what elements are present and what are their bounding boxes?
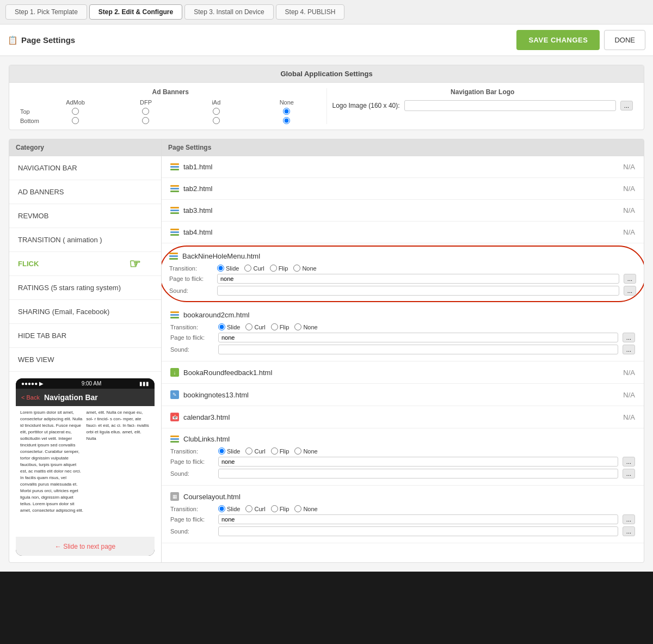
sound-row-clublinks: Sound: ... bbox=[170, 469, 635, 479]
none-radio[interactable] bbox=[294, 447, 301, 455]
sidebar-item-transition[interactable]: TRANSITION ( animation ) bbox=[9, 228, 161, 252]
nav-logo-label: Navigation Bar Logo bbox=[332, 88, 633, 96]
tab-icon-bar-1 bbox=[170, 163, 179, 165]
top-iad-radio[interactable] bbox=[213, 108, 220, 115]
tab3-filename: tab3.html bbox=[183, 206, 212, 214]
sound-browse-backnine[interactable]: ... bbox=[624, 286, 636, 296]
slide-next-label: ← Slide to next page bbox=[55, 543, 115, 550]
slide-radio[interactable] bbox=[218, 323, 225, 330]
sound-input-bookaround[interactable] bbox=[218, 345, 618, 354]
step-3-button[interactable]: Step 3. Install on Device bbox=[184, 4, 273, 20]
sidebar-item-ad-banners[interactable]: AD BANNERS bbox=[9, 180, 161, 204]
flip-option[interactable]: Flip bbox=[271, 447, 289, 455]
tab-icon-bar-1 bbox=[170, 229, 179, 230]
slide-radio[interactable] bbox=[218, 505, 225, 512]
none-radio[interactable] bbox=[293, 265, 300, 272]
slide-radio[interactable] bbox=[218, 447, 225, 455]
page-to-flick-input-clublinks[interactable] bbox=[218, 457, 618, 467]
flip-radio[interactable] bbox=[271, 505, 278, 512]
logo-browse-button[interactable]: ... bbox=[620, 101, 633, 111]
tab-icon-bar-2 bbox=[170, 166, 179, 168]
slide-option[interactable]: Slide bbox=[218, 323, 240, 330]
sound-input-backnine[interactable] bbox=[217, 286, 619, 296]
nav-logo-section: Navigation Bar Logo Logo Image (160 x 40… bbox=[326, 88, 639, 124]
slide-option[interactable]: Slide bbox=[218, 505, 240, 512]
sound-browse-bookaround[interactable]: ... bbox=[623, 345, 635, 354]
sidebar-item-ratings[interactable]: RATINGS (5 stars rating system) bbox=[9, 276, 161, 300]
tab-icon-bar-1 bbox=[170, 436, 179, 437]
admob-header: AdMob bbox=[41, 99, 109, 106]
sound-input-courselayout[interactable] bbox=[218, 526, 618, 536]
top-dfp-radio[interactable] bbox=[142, 108, 149, 115]
sidebar-item-hide-tab-bar[interactable]: HIDE TAB BAR bbox=[9, 324, 161, 348]
sound-input-clublinks[interactable] bbox=[218, 469, 618, 479]
page-to-flick-browse-courselayout[interactable]: ... bbox=[623, 514, 635, 524]
tab-icon-bar-1 bbox=[170, 311, 179, 313]
page-item-simple: 📅 calendar3.html N/A bbox=[170, 413, 635, 421]
slide-option[interactable]: Slide bbox=[218, 447, 240, 455]
page-to-flick-input-courselayout[interactable] bbox=[218, 514, 618, 524]
page-to-flick-label: Page to flick: bbox=[169, 275, 213, 282]
sidebar-item-navigation-bar[interactable]: NAVIGATION BAR bbox=[9, 156, 161, 180]
curl-radio[interactable] bbox=[244, 265, 251, 272]
logo-input[interactable] bbox=[404, 100, 616, 111]
bottom-admob-radio[interactable] bbox=[72, 117, 79, 124]
flip-option[interactable]: Flip bbox=[270, 265, 288, 272]
slide-option[interactable]: Slide bbox=[217, 265, 239, 272]
sidebar-item-sharing[interactable]: SHARING (Email, Facebook) bbox=[9, 300, 161, 324]
header-actions: SAVE CHANGES DONE bbox=[516, 30, 645, 50]
none-radio[interactable] bbox=[294, 323, 301, 330]
top-admob-radio[interactable] bbox=[72, 108, 79, 115]
sidebar-item-flick[interactable]: FLICK ☞ bbox=[9, 252, 161, 276]
curl-option[interactable]: Curl bbox=[245, 323, 265, 330]
device-back-button[interactable]: < Back bbox=[21, 394, 40, 401]
page-to-flick-browse-bookaround[interactable]: ... bbox=[623, 333, 635, 342]
page-to-flick-browse-clublinks[interactable]: ... bbox=[623, 457, 635, 467]
curl-radio[interactable] bbox=[245, 447, 252, 455]
flip-option[interactable]: Flip bbox=[271, 323, 289, 330]
bookingnotes-value: N/A bbox=[623, 391, 635, 399]
sound-row-bookaround: Sound: ... bbox=[170, 345, 635, 354]
cursor-icon: ☞ bbox=[129, 256, 141, 272]
page-to-flick-input-backnine[interactable] bbox=[217, 274, 619, 284]
bottom-none-radio[interactable] bbox=[283, 117, 290, 124]
none-header: None bbox=[252, 99, 321, 106]
page-to-flick-browse-backnine[interactable]: ... bbox=[624, 274, 636, 284]
top-none-radio[interactable] bbox=[283, 108, 290, 115]
page-to-flick-input-bookaround[interactable] bbox=[218, 333, 618, 342]
step-2-button[interactable]: Step 2. Edit & Configure bbox=[89, 4, 182, 20]
tab1-filename: tab1.html bbox=[183, 163, 212, 171]
bottom-iad-radio[interactable] bbox=[213, 117, 220, 124]
curl-radio[interactable] bbox=[245, 505, 252, 512]
none-radio[interactable] bbox=[294, 505, 301, 512]
tab-icon-bar-2 bbox=[170, 231, 179, 233]
done-button[interactable]: DONE bbox=[604, 30, 645, 50]
calendar-icon: 📅 bbox=[170, 413, 179, 421]
curl-option[interactable]: Curl bbox=[244, 265, 264, 272]
bottom-dfp-radio[interactable] bbox=[142, 117, 149, 124]
curl-option[interactable]: Curl bbox=[245, 505, 265, 512]
tab-icon-bar-3 bbox=[169, 258, 178, 260]
sound-browse-courselayout[interactable]: ... bbox=[623, 526, 635, 536]
sidebar-item-web-view[interactable]: WEB VIEW bbox=[9, 348, 161, 372]
none-option[interactable]: None bbox=[294, 505, 317, 512]
none-option[interactable]: None bbox=[294, 447, 317, 455]
none-option[interactable]: None bbox=[293, 265, 316, 272]
slide-radio[interactable] bbox=[217, 265, 224, 272]
step-1-button[interactable]: Step 1. Pick Template bbox=[5, 4, 87, 20]
none-option[interactable]: None bbox=[294, 323, 317, 330]
step-4-button[interactable]: Step 4. PUBLISH bbox=[276, 4, 345, 20]
curl-radio[interactable] bbox=[245, 323, 252, 330]
page-settings-panel-header: Page Settings bbox=[162, 139, 644, 156]
sound-browse-clublinks[interactable]: ... bbox=[623, 469, 635, 479]
flip-radio[interactable] bbox=[270, 265, 277, 272]
sidebar-item-revmob[interactable]: REVMOB bbox=[9, 204, 161, 228]
flip-radio[interactable] bbox=[271, 447, 278, 455]
save-changes-button[interactable]: SAVE CHANGES bbox=[516, 30, 600, 50]
tab-icon bbox=[170, 436, 179, 443]
tab-icon-bar-2 bbox=[170, 438, 179, 440]
flip-option[interactable]: Flip bbox=[271, 505, 289, 512]
curl-option[interactable]: Curl bbox=[245, 447, 265, 455]
page-item-name: ↓ BookaRoundfeedback1.html bbox=[170, 368, 272, 377]
flip-radio[interactable] bbox=[271, 323, 278, 330]
